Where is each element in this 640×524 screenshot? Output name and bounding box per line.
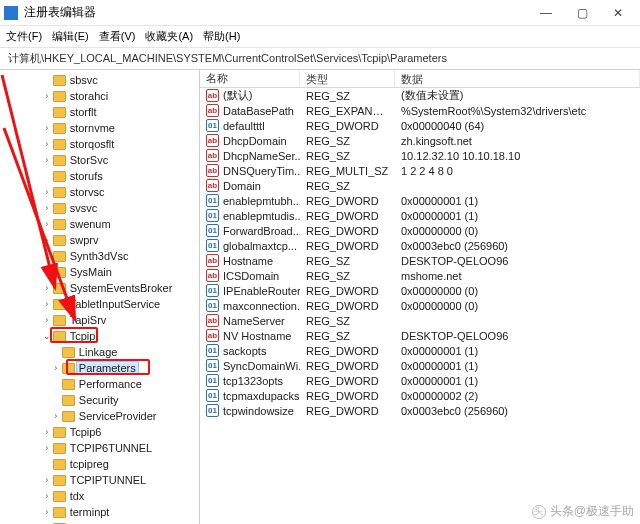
tree-item-tabletinputservice[interactable]: ›TabletInputService <box>0 296 199 312</box>
value-row[interactable]: abNameServerREG_SZ <box>200 313 640 328</box>
value-row[interactable]: 01maxconnection...REG_DWORD0x00000000 (0… <box>200 298 640 313</box>
tree-item-serviceprovider[interactable]: ›ServiceProvider <box>0 408 199 424</box>
maximize-button[interactable]: ▢ <box>564 0 600 26</box>
string-value-icon: ab <box>206 164 219 177</box>
value-type: REG_SZ <box>300 315 395 327</box>
tree-item-storsvc[interactable]: ›StorSvc <box>0 152 199 168</box>
chevron-icon[interactable]: › <box>42 491 52 501</box>
tree-item-tapisrv[interactable]: ›TapiSrv <box>0 312 199 328</box>
value-row[interactable]: abICSDomainREG_SZmshome.net <box>200 268 640 283</box>
chevron-icon[interactable]: › <box>42 267 52 277</box>
tree-item-terminpt[interactable]: ›terminpt <box>0 504 199 520</box>
tree-item-storahci[interactable]: ›storahci <box>0 88 199 104</box>
value-name: (默认) <box>223 88 252 103</box>
chevron-icon[interactable]: › <box>42 139 52 149</box>
value-row[interactable]: abNV HostnameREG_SZDESKTOP-QELOO96 <box>200 328 640 343</box>
folder-icon <box>53 315 66 326</box>
menu-edit[interactable]: 编辑(E) <box>52 29 89 44</box>
value-row[interactable]: 01IPEnableRouterREG_DWORD0x00000000 (0) <box>200 283 640 298</box>
chevron-icon[interactable]: › <box>42 91 52 101</box>
tree-item-performance[interactable]: Performance <box>0 376 199 392</box>
tree-item-tcpip6tunnel[interactable]: ›TCPIP6TUNNEL <box>0 440 199 456</box>
value-row[interactable]: 01SyncDomainWi...REG_DWORD0x00000001 (1) <box>200 358 640 373</box>
col-type[interactable]: 类型 <box>300 70 395 87</box>
tree-item-swprv[interactable]: ›swprv <box>0 232 199 248</box>
value-row[interactable]: abDNSQueryTim...REG_MULTI_SZ1 2 2 4 8 0 <box>200 163 640 178</box>
tree-item-storflt[interactable]: storflt <box>0 104 199 120</box>
list-pane[interactable]: 名称 类型 数据 ab(默认)REG_SZ(数值未设置)abDataBasePa… <box>200 70 640 524</box>
menu-view[interactable]: 查看(V) <box>99 29 136 44</box>
tree-item-security[interactable]: Security <box>0 392 199 408</box>
chevron-icon[interactable]: › <box>42 251 52 261</box>
col-name[interactable]: 名称 <box>200 70 300 87</box>
value-row[interactable]: abDhcpNameSer...REG_SZ10.12.32.10 10.10.… <box>200 148 640 163</box>
tree-item-tcpip6[interactable]: ›Tcpip6 <box>0 424 199 440</box>
chevron-icon[interactable]: › <box>42 299 52 309</box>
tree-item-tcpip[interactable]: ⌄Tcpip <box>0 328 199 344</box>
chevron-icon[interactable]: › <box>42 203 52 213</box>
tree-item-linkage[interactable]: Linkage <box>0 344 199 360</box>
value-row[interactable]: 01enablepmtudis...REG_DWORD0x00000001 (1… <box>200 208 640 223</box>
chevron-icon[interactable]: › <box>42 315 52 325</box>
tree-item-termservice[interactable]: ›TermService <box>0 520 199 524</box>
value-row[interactable]: 01defaultttlREG_DWORD0x00000040 (64) <box>200 118 640 133</box>
chevron-icon[interactable]: › <box>42 235 52 245</box>
value-row[interactable]: ab(默认)REG_SZ(数值未设置) <box>200 88 640 103</box>
value-type: REG_DWORD <box>300 240 395 252</box>
chevron-icon[interactable]: › <box>42 507 52 517</box>
value-type: REG_DWORD <box>300 345 395 357</box>
tree-item-sysmain[interactable]: ›SysMain <box>0 264 199 280</box>
chevron-icon[interactable]: › <box>42 443 52 453</box>
value-row[interactable]: abDataBasePathREG_EXPAND_SZ%SystemRoot%\… <box>200 103 640 118</box>
tree-item-synth3dvsc[interactable]: ›Synth3dVsc <box>0 248 199 264</box>
tree-label: stornvme <box>70 122 115 134</box>
value-row[interactable]: 01sackoptsREG_DWORD0x00000001 (1) <box>200 343 640 358</box>
chevron-icon[interactable]: › <box>42 475 52 485</box>
tree-item-tcpiptunnel[interactable]: ›TCPIPTUNNEL <box>0 472 199 488</box>
menu-file[interactable]: 文件(F) <box>6 29 42 44</box>
chevron-icon[interactable]: › <box>42 427 52 437</box>
value-row[interactable]: abDhcpDomainREG_SZzh.kingsoft.net <box>200 133 640 148</box>
menu-favorites[interactable]: 收藏夹(A) <box>145 29 193 44</box>
col-data[interactable]: 数据 <box>395 70 640 87</box>
value-data: 10.12.32.10 10.10.18.10 <box>395 150 640 162</box>
value-row[interactable]: 01tcpwindowsizeREG_DWORD0x0003ebc0 (2569… <box>200 403 640 418</box>
chevron-icon[interactable]: › <box>42 219 52 229</box>
value-data: %SystemRoot%\System32\drivers\etc <box>395 105 640 117</box>
tree-item-swenum[interactable]: ›swenum <box>0 216 199 232</box>
tree-label: tcpipreg <box>70 458 109 470</box>
chevron-icon[interactable]: › <box>42 187 52 197</box>
tree-item-tcpipreg[interactable]: tcpipreg <box>0 456 199 472</box>
tree-item-storufs[interactable]: storufs <box>0 168 199 184</box>
value-row[interactable]: 01ForwardBroad...REG_DWORD0x00000000 (0) <box>200 223 640 238</box>
minimize-button[interactable]: — <box>528 0 564 26</box>
tree-item-systemeventsbroker[interactable]: ›SystemEventsBroker <box>0 280 199 296</box>
chevron-icon[interactable]: › <box>51 411 61 421</box>
value-row[interactable]: 01tcp1323optsREG_DWORD0x00000001 (1) <box>200 373 640 388</box>
value-row[interactable]: 01tcpmaxdupacksREG_DWORD0x00000002 (2) <box>200 388 640 403</box>
tree-item-storvsc[interactable]: ›storvsc <box>0 184 199 200</box>
close-button[interactable]: ✕ <box>600 0 636 26</box>
chevron-icon[interactable]: › <box>42 155 52 165</box>
tree-label: Tcpip6 <box>70 426 102 438</box>
value-row[interactable]: 01globalmaxtcp...REG_DWORD0x0003ebc0 (25… <box>200 238 640 253</box>
tree-pane[interactable]: sbsvc ›storahci storflt ›stornvme ›storq… <box>0 70 200 524</box>
value-type: REG_DWORD <box>300 195 395 207</box>
tree-item-svsvc[interactable]: ›svsvc <box>0 200 199 216</box>
tree-item-storqosflt[interactable]: ›storqosflt <box>0 136 199 152</box>
value-name: sackopts <box>223 345 266 357</box>
chevron-icon[interactable]: › <box>51 363 61 373</box>
tree-item-tdx[interactable]: ›tdx <box>0 488 199 504</box>
tree-label: tdx <box>70 490 85 502</box>
folder-icon <box>53 187 66 198</box>
value-row[interactable]: abDomainREG_SZ <box>200 178 640 193</box>
value-row[interactable]: abHostnameREG_SZDESKTOP-QELOO96 <box>200 253 640 268</box>
tree-item-stornvme[interactable]: ›stornvme <box>0 120 199 136</box>
tree-item-sbsvc[interactable]: sbsvc <box>0 72 199 88</box>
menu-help[interactable]: 帮助(H) <box>203 29 240 44</box>
value-name: ForwardBroad... <box>223 225 300 237</box>
value-row[interactable]: 01enablepmtubh...REG_DWORD0x00000001 (1) <box>200 193 640 208</box>
address-bar[interactable]: 计算机\HKEY_LOCAL_MACHINE\SYSTEM\CurrentCon… <box>0 48 640 70</box>
chevron-icon[interactable]: › <box>42 283 52 293</box>
chevron-icon[interactable]: › <box>42 123 52 133</box>
